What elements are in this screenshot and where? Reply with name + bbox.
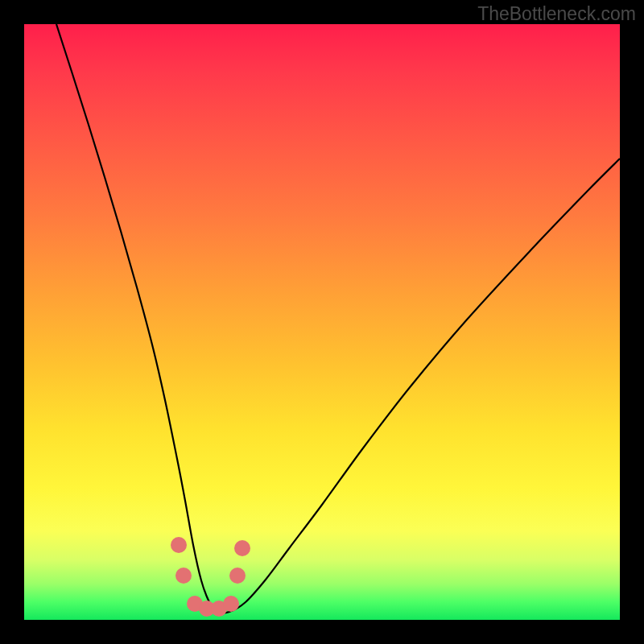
highlight-dot [223, 596, 239, 612]
attribution-text: TheBottleneck.com [477, 3, 636, 25]
chart-svg [24, 24, 620, 620]
plot-area [24, 24, 620, 620]
highlight-dot [234, 540, 250, 556]
bottleneck-curve [56, 24, 620, 613]
highlight-dot [229, 568, 246, 584]
chart-frame: TheBottleneck.com [0, 0, 644, 644]
highlight-dot [175, 568, 192, 584]
highlight-markers [171, 537, 250, 617]
highlight-dot [171, 537, 187, 553]
